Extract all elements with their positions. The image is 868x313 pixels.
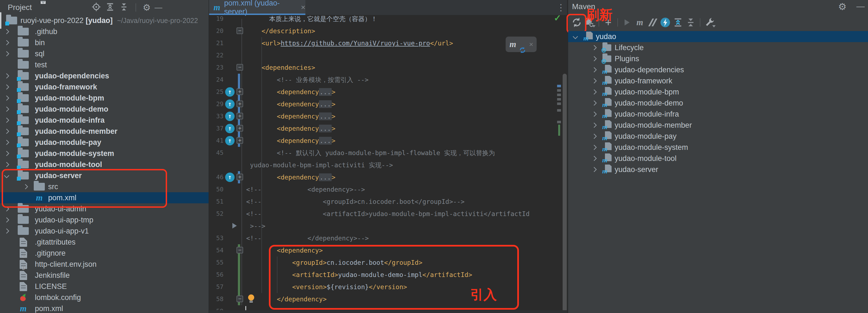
chevron-right-icon[interactable] — [591, 78, 597, 84]
code-line[interactable]: 57<version>${revision}</version> — [209, 281, 556, 293]
tree-item-yudao-module-infra[interactable]: yudao-module-infra — [0, 115, 209, 126]
code-line[interactable]: 21<url>https://github.com/YunaiV/ruoyi-v… — [209, 37, 556, 49]
tree-item-project-root[interactable]: ruoyi-vue-pro-2022 [yudao] ~/Java/ruoyi-… — [0, 15, 209, 26]
code-line[interactable]: 24<!-- 业务模块，按需引入 --> — [209, 74, 556, 86]
code-lines[interactable]: 19本质上来说，它就是个空壳（容器）！20−</description>21<u… — [209, 13, 556, 313]
fold-marker-icon[interactable]: − — [237, 64, 243, 70]
tree-item-yudao-framework[interactable]: yudao-framework — [0, 81, 209, 92]
inspection-ok-icon[interactable]: ✓ — [554, 13, 561, 23]
expand-all-icon[interactable] — [105, 2, 115, 13]
tree-item-github[interactable]: .github — [0, 26, 209, 37]
maven-item-yudao-module-demo[interactable]: myudao-module-demo — [568, 97, 868, 109]
fold-marker-icon[interactable]: + — [237, 101, 243, 107]
hide-panel-icon[interactable]: — — [155, 3, 162, 12]
maven-item-yudao-module-system[interactable]: myudao-module-system — [568, 142, 868, 153]
chevron-right-icon[interactable] — [591, 67, 597, 73]
chevron-right-icon[interactable] — [4, 73, 9, 79]
stripe-mark[interactable] — [557, 103, 561, 105]
chevron-right-icon[interactable] — [4, 29, 9, 34]
project-panel-title[interactable]: Project — [8, 3, 32, 12]
tree-item-yudao-dependencies[interactable]: yudao-dependencies — [0, 70, 209, 81]
chevron-right-icon[interactable] — [4, 84, 9, 90]
code-line[interactable]: 52<!-- <artifactId>yudao-module-bpm-impl… — [209, 208, 556, 220]
maven-item-yudao-framework[interactable]: myudao-framework — [568, 75, 868, 86]
chevron-down-icon[interactable] — [41, 1, 45, 4]
code-line[interactable]: 46↑+<dependency...> — [209, 171, 556, 183]
run-button[interactable] — [621, 16, 633, 29]
gear-icon[interactable]: ⚙ — [838, 1, 846, 12]
fold-marker-icon[interactable]: + — [237, 88, 243, 95]
chevron-right-icon[interactable] — [591, 111, 597, 117]
code-line[interactable]: 33↑+<dependency...> — [209, 110, 556, 122]
tree-item-bin[interactable]: bin — [0, 37, 209, 48]
fold-marker-icon[interactable]: − — [237, 295, 243, 302]
chevron-right-icon[interactable] — [4, 129, 9, 134]
code-line[interactable]: 20−</description> — [209, 25, 556, 37]
stripe-mark[interactable] — [557, 89, 561, 92]
tree-item-sql[interactable]: sql — [0, 48, 209, 59]
execute-maven-goal-button[interactable]: m — [633, 16, 646, 29]
close-icon[interactable]: × — [529, 40, 533, 49]
chevron-right-icon[interactable] — [591, 100, 597, 106]
tree-item-gitignore[interactable]: ∅.gitignore — [0, 248, 209, 259]
code-line[interactable]: 37↑+<dependency...> — [209, 122, 556, 135]
tree-item-yudao-ui-app-tmp[interactable]: yudao-ui-app-tmp — [0, 215, 209, 225]
tree-item-test[interactable]: test — [0, 59, 209, 70]
code-line[interactable]: 54−<dependency> — [209, 244, 556, 256]
added-stripe-mark[interactable] — [558, 125, 560, 136]
code-line[interactable]: 25↑+<dependency...> — [209, 86, 556, 98]
chevron-right-icon[interactable] — [4, 140, 9, 145]
close-tab-icon[interactable]: × — [301, 3, 305, 12]
fold-marker-icon[interactable]: + — [237, 125, 243, 132]
chevron-right-icon[interactable] — [4, 117, 9, 123]
chevron-right-icon[interactable] — [591, 122, 597, 128]
code-line[interactable]: 23−<dependencies> — [209, 61, 556, 74]
tab-options-icon[interactable]: ⋮ — [557, 2, 565, 13]
fold-marker-icon[interactable]: − — [237, 27, 243, 34]
fold-marker-icon[interactable]: − — [237, 247, 243, 253]
editor-scrollbar[interactable] — [563, 74, 567, 312]
locate-file-icon[interactable] — [91, 2, 101, 13]
chevron-down-icon[interactable] — [572, 34, 578, 39]
fold-marker-icon[interactable]: + — [237, 174, 243, 180]
chevron-right-icon[interactable] — [4, 51, 9, 57]
chevron-right-icon[interactable] — [4, 228, 9, 234]
stripe-mark[interactable] — [557, 109, 561, 112]
code-line[interactable]: 55<groupId>cn.iocoder.boot</groupId> — [209, 256, 556, 269]
chevron-right-icon[interactable] — [4, 206, 9, 211]
intention-bulb-icon[interactable] — [248, 294, 254, 304]
maven-reload-icon[interactable]: m — [509, 39, 516, 49]
tree-item-yudao-ui-admin[interactable]: yudao-ui-admin — [0, 203, 209, 215]
chevron-right-icon[interactable] — [591, 156, 597, 161]
gear-icon[interactable]: ⚙ — [143, 2, 151, 13]
chevron-right-icon[interactable] — [4, 162, 9, 167]
editor-area[interactable]: m pom.xml (yudao-server) × ⋮ 19本质上来说，它就是… — [209, 0, 567, 313]
change-stripe-mark[interactable] — [557, 85, 561, 87]
tree-item-yudao-server[interactable]: yudao-server — [0, 170, 209, 181]
code-line[interactable]: 51<!-- <groupId>cn.iocoder.boot</groupId… — [209, 196, 556, 208]
dependency-update-icon[interactable]: ↑ — [225, 99, 235, 109]
dependency-update-icon[interactable]: ↑ — [225, 112, 235, 121]
maven-item-lifecycle[interactable]: Lifecycle — [568, 42, 868, 53]
tree-item-http-client-env-json[interactable]: {}http-client.env.json — [0, 259, 209, 270]
code-line[interactable]: 19本质上来说，它就是个空壳（容器）！ — [209, 13, 556, 25]
maven-settings-button[interactable] — [703, 16, 716, 29]
tree-item-yudao-module-member[interactable]: yudao-module-member — [0, 126, 209, 137]
chevron-right-icon[interactable] — [4, 106, 9, 112]
chevron-right-icon[interactable] — [591, 89, 597, 95]
tree-item-yudao-module-demo[interactable]: yudao-module-demo — [0, 104, 209, 115]
tree-item-pom-xml-selected[interactable]: mpom.xml — [0, 192, 209, 203]
maven-reload-popup[interactable]: m × — [506, 36, 537, 52]
tree-item-jenkinsfile[interactable]: Jenkinsfile — [0, 270, 209, 281]
fold-marker-icon[interactable]: + — [237, 137, 243, 144]
tree-item-root-pom-xml[interactable]: mpom.xml — [0, 303, 209, 313]
maven-item-yudao[interactable]: myudao — [568, 31, 868, 42]
hide-panel-icon[interactable]: — — [857, 2, 865, 11]
tree-item-lombok-config[interactable]: lombok.config — [0, 292, 209, 303]
fold-marker-icon[interactable]: + — [237, 113, 243, 119]
stripe-mark[interactable] — [557, 94, 561, 96]
code-line[interactable]: 22 — [209, 49, 556, 61]
maven-item-plugins[interactable]: Plugins — [568, 53, 868, 64]
code-line[interactable]: 58−</dependency> — [209, 293, 556, 305]
maven-item-yudao-module-infra[interactable]: myudao-module-infra — [568, 109, 868, 120]
